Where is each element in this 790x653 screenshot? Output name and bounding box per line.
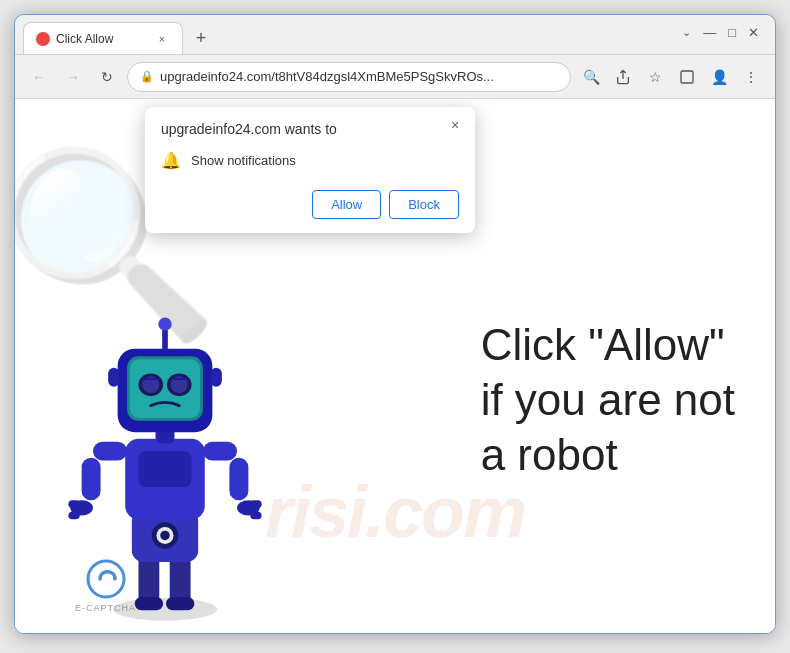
svg-rect-11 <box>138 451 191 487</box>
svg-rect-15 <box>68 500 79 508</box>
page-background: 🔍 risi.com <box>15 99 775 633</box>
svg-rect-21 <box>250 512 261 520</box>
tab-close-button[interactable]: × <box>154 31 170 47</box>
svg-rect-13 <box>82 458 101 501</box>
popup-close-button[interactable]: × <box>445 115 465 135</box>
notification-popup: × upgradeinfo24.com wants to 🔔 Show noti… <box>145 107 475 233</box>
popup-header: upgradeinfo24.com wants to <box>145 107 475 145</box>
share-icon[interactable] <box>609 63 637 91</box>
svg-rect-20 <box>250 500 261 508</box>
title-bar: Click Allow × + ⌄ — □ ✕ <box>15 15 775 55</box>
svg-rect-16 <box>68 512 79 520</box>
main-text-line3: a robot <box>481 430 618 479</box>
tab-area: Click Allow × + <box>23 15 674 54</box>
forward-button[interactable]: → <box>59 63 87 91</box>
tab-favicon <box>36 32 50 46</box>
window-controls: ⌄ — □ ✕ <box>674 26 767 39</box>
back-button[interactable]: ← <box>25 63 53 91</box>
back-icon: ← <box>32 69 46 85</box>
main-text-line2: if you are not <box>481 375 735 424</box>
captcha-logo <box>86 559 126 599</box>
main-text: Click "Allow" if you are not a robot <box>481 317 735 482</box>
captcha-label: E-CAPTCHA <box>75 603 136 613</box>
svg-rect-0 <box>681 71 693 83</box>
tab-title: Click Allow <box>56 32 148 46</box>
svg-point-34 <box>88 561 124 597</box>
new-tab-button[interactable]: + <box>187 24 215 52</box>
svg-rect-18 <box>229 458 248 501</box>
notification-text: Show notifications <box>191 153 296 168</box>
chevron-down-icon: ⌄ <box>682 27 691 38</box>
extension-icon[interactable] <box>673 63 701 91</box>
reload-button[interactable]: ↻ <box>93 63 121 91</box>
url-text: upgradeinfo24.com/t8htV84dzgsl4XmBMe5PSg… <box>160 69 558 84</box>
svg-rect-33 <box>210 368 221 387</box>
bookmark-icon[interactable]: ☆ <box>641 63 669 91</box>
lock-icon: 🔒 <box>140 70 154 83</box>
popup-notification-row: 🔔 Show notifications <box>145 145 475 182</box>
address-bar-row: ← → ↻ 🔒 upgradeinfo24.com/t8htV84dzgsl4X… <box>15 55 775 99</box>
search-toolbar-icon[interactable]: 🔍 <box>577 63 605 91</box>
allow-button[interactable]: Allow <box>312 190 381 219</box>
popup-buttons: Allow Block <box>145 182 475 233</box>
captcha-badge: E-CAPTCHA <box>75 559 136 613</box>
svg-rect-4 <box>135 597 163 610</box>
browser-content: 🔍 risi.com <box>15 99 775 633</box>
active-tab[interactable]: Click Allow × <box>23 22 183 54</box>
svg-rect-32 <box>108 368 119 387</box>
svg-point-9 <box>160 531 169 540</box>
reload-icon: ↻ <box>101 69 113 85</box>
close-button[interactable]: ✕ <box>748 26 759 39</box>
minimize-button[interactable]: — <box>703 26 716 39</box>
browser-window: Click Allow × + ⌄ — □ ✕ ← → ↻ 🔒 upgradei… <box>14 14 776 634</box>
address-bar[interactable]: 🔒 upgradeinfo24.com/t8htV84dzgsl4XmBMe5P… <box>127 62 571 92</box>
svg-rect-30 <box>162 328 168 351</box>
bell-icon: 🔔 <box>161 151 181 170</box>
menu-icon[interactable]: ⋮ <box>737 63 765 91</box>
block-button[interactable]: Block <box>389 190 459 219</box>
svg-rect-12 <box>93 442 127 461</box>
svg-rect-17 <box>203 442 237 461</box>
profile-icon[interactable]: 👤 <box>705 63 733 91</box>
svg-rect-5 <box>166 597 194 610</box>
forward-icon: → <box>66 69 80 85</box>
svg-point-31 <box>158 318 171 331</box>
maximize-button[interactable]: □ <box>728 26 736 39</box>
toolbar-icons: 🔍 ☆ 👤 ⋮ <box>577 63 765 91</box>
main-text-line1: Click "Allow" <box>481 320 725 369</box>
